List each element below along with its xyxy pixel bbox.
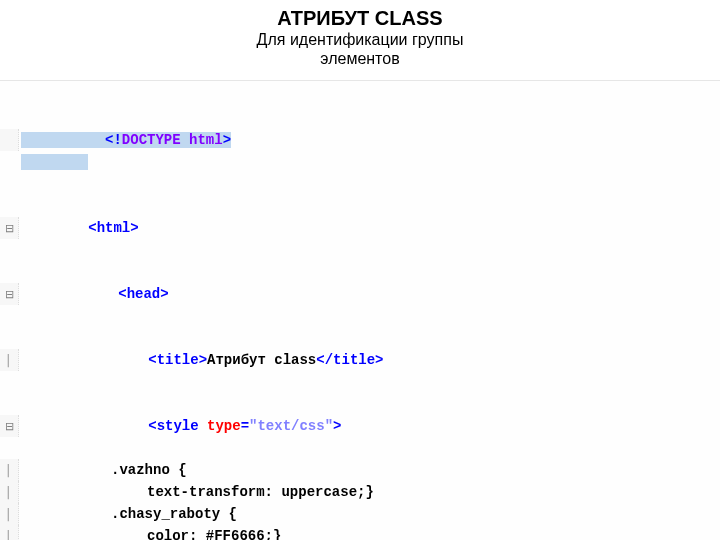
fold-bar-icon: │ [0, 481, 19, 503]
fold-gutter [0, 129, 19, 151]
code-line: ⊟ <style type="text/css"> [0, 393, 720, 459]
code-line: │ .vazhno { [0, 459, 720, 481]
slide-title: АТРИБУТ CLASS [0, 6, 720, 30]
code-line: │ <title>Атрибут class</title> [0, 327, 720, 393]
fold-minus-icon[interactable]: ⊟ [0, 415, 19, 437]
code-line: │ color: #FF6666;} [0, 525, 720, 540]
fold-bar-icon: │ [0, 525, 19, 540]
fold-minus-icon[interactable]: ⊟ [0, 283, 19, 305]
code-editor: <!DOCTYPE html> ⊟ <html> ⊟ <head> │ <tit… [0, 80, 720, 540]
fold-bar-icon: │ [0, 459, 19, 481]
code-line: │ .chasy_raboty { [0, 503, 720, 525]
code-line: ⊟ <html> [0, 195, 720, 261]
slide-subtitle-2: элементов [0, 49, 720, 68]
code-line: │ text-transform: uppercase;} [0, 481, 720, 503]
slide-subtitle-1: Для идентификации группы [0, 30, 720, 49]
code-line: <!DOCTYPE html> [0, 85, 720, 195]
fold-bar-icon: │ [0, 503, 19, 525]
fold-bar-icon: │ [0, 349, 19, 371]
fold-minus-icon[interactable]: ⊟ [0, 217, 19, 239]
heading-block: АТРИБУТ CLASS Для идентификации группы э… [0, 6, 720, 68]
code-line: ⊟ <head> [0, 261, 720, 327]
